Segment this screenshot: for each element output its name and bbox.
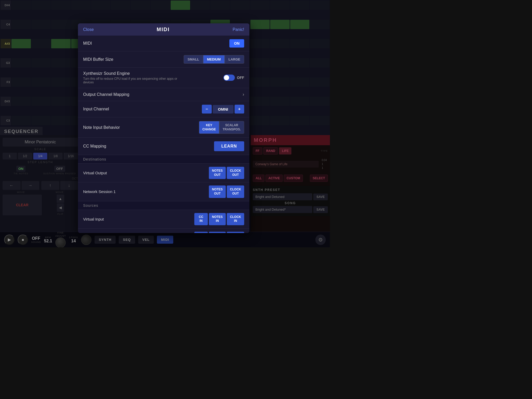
sources-header: Sources [78, 201, 249, 210]
network-session-dest-label: Network Session 1 [83, 189, 116, 194]
midi-modal: Close MIDI Panic! MIDI ON MIDI Buffer Si… [78, 23, 249, 233]
buffer-size-controls: SMALL MEDIUM LARGE [184, 55, 244, 64]
input-channel-row: Input Channel − OMNI + [78, 101, 249, 117]
output-mapping-row[interactable]: Output Channel Mapping › [78, 88, 249, 101]
virtual-output-clock-out[interactable]: CLOCKOUT [227, 167, 244, 179]
network-session-dest-row: Network Session 1 NOTESOUT CLOCKOUT [78, 182, 249, 201]
cc-learn-button[interactable]: LEARN [214, 141, 244, 151]
network-src-clock-in[interactable]: CLOCKIN [227, 232, 244, 233]
sound-engine-text: Xynthesizr Sound Engine Turn this off to… [83, 71, 187, 84]
cc-mapping-label: CC Mapping [83, 144, 106, 149]
buf-small[interactable]: SMALL [184, 55, 203, 64]
buf-large[interactable]: LARGE [225, 55, 244, 64]
network-session-src-row: Network Session 1 CCIN NOTESIN CLOCKIN [78, 229, 249, 233]
input-channel-label: Input Channel [83, 107, 109, 111]
virtual-output-label: Virtual Output [83, 171, 107, 175]
virtual-input-cc-in[interactable]: CCIN [194, 213, 208, 225]
output-mapping-label: Output Channel Mapping [83, 92, 129, 97]
virtual-input-notes-in[interactable]: NOTESIN [209, 213, 226, 225]
modal-header: Close MIDI Panic! [78, 23, 249, 36]
note-scalar-transpos[interactable]: SCALARTRANSPOS. [219, 121, 244, 134]
sound-engine-label: Xynthesizr Sound Engine [83, 71, 187, 76]
input-ch-value: OMNI [213, 105, 234, 114]
buffer-size-label: MIDI Buffer Size [83, 57, 113, 62]
virtual-output-btns: NOTESOUT CLOCKOUT [209, 167, 244, 179]
midi-label: MIDI [83, 41, 92, 46]
note-input-label: Note Input Behavior [83, 125, 120, 130]
cc-mapping-row: CC Mapping LEARN [78, 138, 249, 155]
note-input-btn-group: KEYCHANGE SCALARTRANSPOS. [199, 121, 244, 134]
sound-engine-controls: OFF [223, 75, 244, 81]
input-ch-plus[interactable]: + [235, 105, 244, 114]
virtual-input-row: Virtual Input CCIN NOTESIN CLOCKIN [78, 210, 249, 229]
network-dest-clock-out[interactable]: CLOCKOUT [227, 185, 244, 198]
virtual-input-clock-in[interactable]: CLOCKIN [227, 213, 244, 225]
input-channel-controls: − OMNI + [202, 105, 244, 114]
chevron-right-icon: › [243, 92, 244, 97]
panic-button[interactable]: Panic! [233, 27, 244, 32]
sound-engine-off-label: OFF [237, 76, 244, 80]
network-session-src-btns: CCIN NOTESIN CLOCKIN [194, 232, 244, 233]
virtual-input-btns: CCIN NOTESIN CLOCKIN [194, 213, 244, 225]
modal-body: MIDI ON MIDI Buffer Size SMALL MEDIUM LA… [78, 36, 249, 233]
buffer-btn-group: SMALL MEDIUM LARGE [184, 55, 244, 64]
network-session-dest-btns: NOTESOUT CLOCKOUT [209, 185, 244, 198]
buf-medium[interactable]: MEDIUM [203, 55, 225, 64]
destinations-header: Destinations [78, 155, 249, 164]
virtual-output-notes-out[interactable]: NOTESOUT [209, 167, 226, 179]
virtual-input-label: Virtual Input [83, 217, 104, 221]
virtual-output-row: Virtual Output NOTESOUT CLOCKOUT [78, 164, 249, 182]
note-input-row: Note Input Behavior KEYCHANGE SCALARTRAN… [78, 117, 249, 138]
network-src-cc-in[interactable]: CCIN [194, 232, 208, 233]
note-input-controls: KEYCHANGE SCALARTRANSPOS. [199, 121, 244, 134]
midi-toggle-row: MIDI ON [78, 36, 249, 51]
sound-engine-sublabel: Turn this off to reduce CPU load if you … [83, 77, 187, 84]
midi-toggle-controls: ON [229, 39, 244, 48]
buffer-size-row: MIDI Buffer Size SMALL MEDIUM LARGE [78, 51, 249, 68]
modal-title: MIDI [157, 26, 170, 32]
network-src-notes-in[interactable]: NOTESIN [209, 232, 226, 233]
network-dest-notes-out[interactable]: NOTESOUT [209, 185, 226, 198]
midi-on-button[interactable]: ON [229, 39, 244, 48]
close-button[interactable]: Close [83, 27, 94, 32]
input-ch-minus[interactable]: − [202, 105, 211, 114]
sound-engine-row: Xynthesizr Sound Engine Turn this off to… [78, 68, 249, 88]
note-key-change[interactable]: KEYCHANGE [199, 121, 219, 134]
toggle-knob [224, 75, 229, 80]
sound-engine-toggle[interactable] [223, 75, 235, 81]
cc-mapping-controls: LEARN [214, 141, 244, 151]
